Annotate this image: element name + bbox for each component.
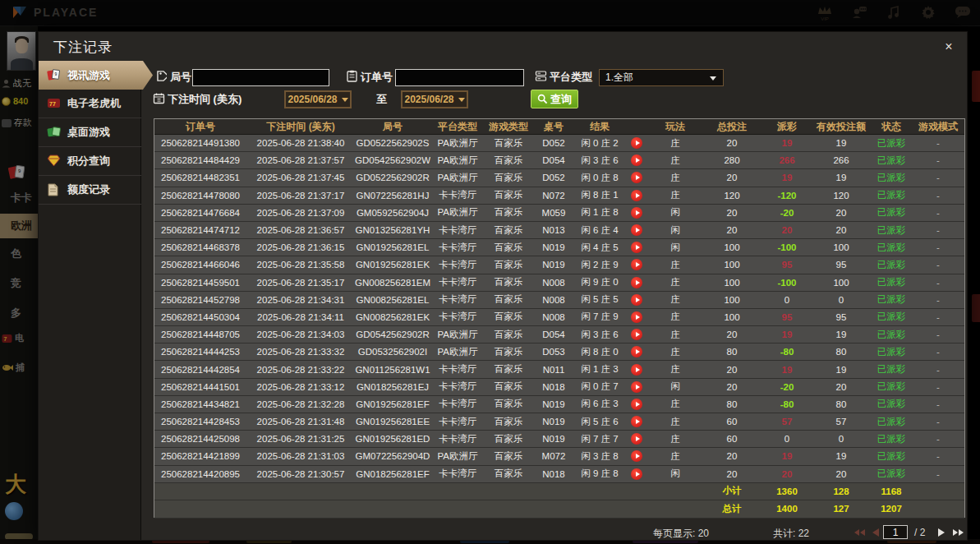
cell-result: 闲 0 庄 8	[575, 172, 624, 184]
replay-video-icon[interactable]	[631, 172, 642, 183]
round-input[interactable]	[192, 69, 329, 86]
close-icon[interactable]: ×	[941, 39, 956, 54]
cell-table: N008	[532, 278, 575, 288]
page-number-input[interactable]	[883, 525, 908, 539]
cell-mode: -	[912, 417, 964, 426]
replay-video-icon[interactable]	[631, 154, 642, 166]
nav-item-live-games[interactable]: 9 视讯游戏	[39, 61, 153, 90]
nav-item-points[interactable]: 积分查询	[39, 147, 141, 176]
nav-item-table-games[interactable]: 桌面游戏	[39, 118, 141, 147]
replay-video-icon[interactable]	[631, 277, 642, 288]
last-page-icon[interactable]	[952, 527, 964, 538]
cell-play: 闲	[649, 224, 702, 237]
cell-status: 已派彩	[871, 311, 912, 323]
cell-platform: 卡卡湾厅	[430, 468, 485, 480]
date-to-picker[interactable]: 2025/06/28	[401, 90, 468, 108]
cell-game: 百家乐	[485, 433, 532, 445]
next-page-icon[interactable]	[936, 527, 947, 538]
cell-table: N019	[532, 417, 575, 426]
table-row: 2506282144747122025-06-28 21:36:57GN0132…	[154, 222, 964, 239]
cell-platform: PA欧洲厅	[430, 329, 485, 341]
replay-video-icon[interactable]	[631, 224, 642, 236]
cell-status: 已派彩	[871, 329, 912, 341]
cell-game: 百家乐	[485, 380, 532, 393]
modal-nav: 9 视讯游戏 77 电子老虎机 桌面游戏 积分查询 额度记录	[39, 61, 141, 540]
cell-status: 已派彩	[871, 450, 912, 463]
cell-valid: 0	[812, 434, 871, 444]
to-label: 至	[376, 92, 387, 107]
calendar-icon	[153, 92, 165, 104]
search-button[interactable]: 查询	[531, 90, 578, 108]
order-label: 订单号	[361, 70, 393, 85]
video-cell	[624, 329, 649, 340]
subtotal-row: 小计13601281168	[154, 483, 964, 500]
replay-video-icon[interactable]	[631, 364, 642, 376]
search-icon	[537, 94, 548, 104]
video-cell	[624, 154, 649, 166]
cell-result: 闲 7 庄 7	[575, 433, 624, 445]
cell-result: 闲 8 庄 1	[575, 189, 624, 201]
cell-round: GN072256281HJ	[355, 191, 430, 201]
table-header-row: 订单号下注时间 (美东)局号平台类型游戏类型桌号结果玩法总投注派彩有效投注额状态…	[154, 119, 964, 135]
cell-status: 已派彩	[871, 206, 912, 219]
cell-platform: 卡卡湾厅	[430, 259, 485, 271]
cell-round: GM0592562904J	[355, 208, 430, 218]
first-page-icon[interactable]	[853, 527, 865, 538]
platform-select[interactable]: 1.全部	[599, 69, 724, 86]
replay-video-icon[interactable]	[631, 399, 642, 410]
bet-records-modal: 下注记录 × 9 视讯游戏 77 电子老虎机 桌面游戏 积分查询	[38, 31, 968, 541]
cell-result: 闲 5 庄 6	[575, 416, 624, 428]
video-cell	[624, 242, 649, 253]
replay-video-icon[interactable]	[631, 190, 642, 201]
cell-table: M059	[532, 208, 575, 218]
replay-video-icon[interactable]	[631, 242, 642, 253]
cell-valid: 100	[812, 242, 871, 252]
replay-video-icon[interactable]	[631, 294, 642, 306]
date-from-picker[interactable]: 2025/06/28	[284, 90, 352, 108]
cell-mode: -	[912, 295, 964, 305]
table-row: 2506282144766842025-06-28 21:37:09GM0592…	[154, 205, 964, 222]
cell-result: 闲 3 庄 6	[575, 329, 624, 341]
column-header: 游戏类型	[485, 120, 532, 134]
nav-item-slots[interactable]: 77 电子老虎机	[39, 90, 141, 118]
order-input[interactable]	[395, 69, 524, 86]
replay-video-icon[interactable]	[631, 329, 642, 340]
cell-platform: 卡卡湾厅	[430, 363, 485, 376]
column-header: 订单号	[154, 120, 246, 134]
bet-time-label: 下注时间 (美东)	[168, 92, 242, 107]
subtotal-payout: 128	[812, 486, 871, 496]
cell-valid: 19	[812, 365, 871, 375]
cell-order: 250628214441501	[154, 382, 246, 392]
cell-time: 2025-06-28 21:33:32	[246, 347, 355, 357]
replay-video-icon[interactable]	[631, 468, 642, 480]
cell-total: 100	[702, 312, 762, 322]
cell-payout: 95	[762, 260, 812, 270]
replay-video-icon[interactable]	[631, 433, 642, 445]
replay-video-icon[interactable]	[631, 346, 642, 357]
prev-page-icon[interactable]	[870, 527, 881, 538]
replay-video-icon[interactable]	[631, 416, 642, 427]
replay-video-icon[interactable]	[631, 207, 642, 219]
cell-result: 闲 6 庄 3	[575, 398, 624, 410]
cell-platform: 卡卡湾厅	[430, 433, 485, 445]
table-row: 2506282144913802025-06-28 21:38:40GD0522…	[154, 135, 964, 152]
replay-video-icon[interactable]	[631, 137, 642, 149]
cell-payout: -80	[762, 399, 812, 409]
cell-game: 百家乐	[485, 346, 532, 358]
cell-payout: -120	[762, 191, 812, 201]
cell-time: 2025-06-28 21:37:09	[246, 208, 355, 218]
cell-time: 2025-06-28 21:37:45	[246, 173, 355, 182]
cell-mode: -	[912, 365, 964, 375]
cell-order: 250628214459501	[154, 278, 246, 288]
cell-result: 闲 2 庄 9	[575, 259, 624, 271]
replay-video-icon[interactable]	[631, 381, 642, 393]
replay-video-icon[interactable]	[631, 259, 642, 270]
cell-time: 2025-06-28 21:35:17	[246, 278, 355, 288]
cell-play: 庄	[649, 172, 702, 184]
subtotal-total: 1360	[762, 486, 812, 496]
cell-total: 80	[702, 399, 762, 409]
replay-video-icon[interactable]	[631, 311, 642, 323]
replay-video-icon[interactable]	[631, 450, 642, 462]
cell-order: 250628214491380	[154, 138, 246, 148]
nav-item-credit-records[interactable]: 额度记录	[39, 176, 141, 205]
